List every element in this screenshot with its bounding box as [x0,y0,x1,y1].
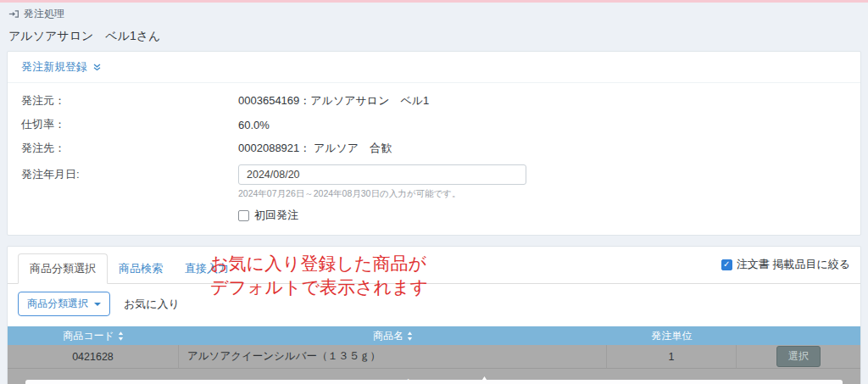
first-order-label: 初回発注 [254,208,298,223]
sort-icon [407,331,413,341]
sort-icon [118,331,124,341]
caret-down-icon [94,303,101,306]
orderer-value: 0003654169：アルソアサロン ベル1 [238,93,429,109]
page-title: 発注処理 [24,7,64,21]
order-form-heading[interactable]: 発注新規登録 [8,52,860,83]
order-sheet-filter-checkbox[interactable]: ✓ [721,259,732,270]
order-form-body: 発注元： 0003654169：アルソアサロン ベル1 仕切率： 60.0% 発… [8,83,860,235]
field-row-supplier: 発注先： 0002088921： アルソア 合歓 [21,141,847,156]
order-date-label: 発注年月日: [21,167,238,182]
header-product-code[interactable]: 商品コード [8,329,179,343]
header-product-name[interactable]: 商品名 [179,329,607,343]
category-dropdown-button[interactable]: 商品分類選択 [18,292,110,316]
footer-panel-edge [25,380,843,384]
tab-category-select[interactable]: 商品分類選択 [18,253,108,284]
supplier-label: 発注先： [21,141,238,156]
field-row-order-date: 発注年月日: [21,164,847,185]
chevron-double-down-icon [92,63,102,72]
field-row-orderer: 発注元： 0003654169：アルソアサロン ベル1 [21,93,847,109]
cell-product-code: 0421628 [8,345,179,368]
category-dropdown-label: 商品分類選択 [27,297,88,311]
cell-product-name: アルソアクイーンシルバー（１３５ｇ） [179,345,607,368]
order-date-hint: 2024年07月26日～2024年08月30日の入力が可能です。 [238,188,847,200]
tab-product-search[interactable]: 商品検索 [108,254,174,283]
table-row: 0421628 アルソアクイーンシルバー（１３５ｇ） 1 選択 [8,345,860,369]
margin-rate-value: 60.0% [238,119,270,131]
margin-rate-label: 仕切率： [21,117,238,132]
category-toolbar: 商品分類選択 お気に入り [8,284,860,320]
order-sheet-filter-row: ✓ 注文書 掲載品目に絞る [721,257,850,272]
product-table-header: 商品コード 商品名 発注単位 [8,326,860,345]
select-button[interactable]: 選択 [776,346,821,367]
first-order-checkbox[interactable] [238,210,249,221]
first-order-checkbox-row: 初回発注 [238,208,847,223]
salon-user-line: アルソアサロン ベル1さん [0,21,868,51]
product-select-panel: 商品分類選択 商品検索 直接入力 お気に入り登録した商品が デフォルトで表示され… [7,246,861,384]
order-sheet-filter-label: 注文書 掲載品目に絞る [737,257,850,272]
order-form-heading-label: 発注新規登録 [21,59,87,75]
cell-order-unit: 1 [607,345,737,368]
cell-action: 選択 [737,345,860,368]
header-order-unit[interactable]: 発注単位 [607,329,737,343]
breadcrumb: 発注処理 [0,3,868,21]
field-row-margin-rate: 仕切率： 60.0% [21,117,847,132]
supplier-value: 0002088921： アルソア 合歓 [238,141,392,156]
order-form-panel: 発注新規登録 発注元： 0003654169：アルソアサロン ベル1 仕切率： … [7,51,861,236]
product-table: 商品コード 商品名 発注単位 0421628 アルソアクイーンシルバー（１３５ｇ… [8,326,860,384]
order-date-input[interactable] [238,164,526,185]
tab-direct-input[interactable]: 直接入力 [174,254,240,283]
orderer-label: 発注元： [21,93,238,109]
sign-in-icon [8,8,19,19]
selected-category-label: お気に入り [124,297,180,312]
